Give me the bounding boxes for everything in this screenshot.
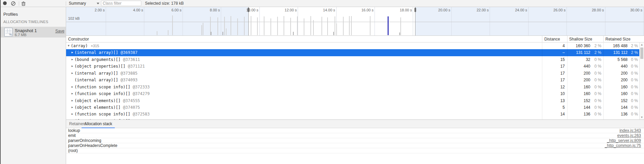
retained-size-cell: 152 — [603, 97, 628, 104]
column-header-shallow-size[interactable]: Shallow Size — [569, 36, 592, 43]
table-row[interactable]: ▶(function scope info)[] @372583141360 %… — [66, 111, 639, 117]
scroll-up-icon[interactable]: ▲ — [640, 43, 644, 46]
allocation-timeline-overview[interactable]: 2.00 s4.00 s6.00 s8.00 s10.00 s12.00 s14… — [66, 7, 644, 35]
class-filter-input[interactable] — [101, 1, 141, 6]
ruler-tick-label: 8.00 s — [200, 8, 220, 12]
column-separator — [567, 43, 567, 119]
column-header-constructor[interactable]: Constructor — [68, 36, 89, 43]
ruler-tick-label: 2.00 s — [85, 8, 105, 12]
collapse-icon[interactable]: ▼ — [68, 43, 69, 49]
source-location-link[interactable]: events.js:263 — [617, 133, 641, 138]
constructor-name: (object elements)[] @374555 — [75, 97, 140, 104]
distance-cell: 12 — [542, 84, 565, 90]
allocation-bar — [310, 16, 311, 35]
expand-icon[interactable]: ▶ — [71, 111, 73, 117]
shallow-size-cell: 32 — [567, 56, 590, 63]
scroll-down-icon[interactable]: ▼ — [640, 116, 644, 119]
stack-frame-row: parserOnHeadersComplete_http_common.js:7… — [66, 143, 644, 148]
constructor-name: (internal array)[] @373885 — [75, 70, 138, 77]
table-row[interactable]: (internal array)[] @374093172000 %2000 % — [66, 77, 639, 83]
max-size-label: 102 kB — [68, 16, 80, 20]
selected-size-status: Selected size: 178 kB — [145, 0, 184, 7]
selection-handle-right-grip[interactable] — [414, 8, 416, 12]
retained-percent-cell: 2 % — [628, 49, 638, 56]
distance-cell: 13 — [542, 97, 565, 104]
ruler-tick-label: 18.00 s — [392, 8, 412, 12]
expand-icon[interactable]: ▶ — [71, 63, 73, 70]
table-row[interactable]: ▶(function scope info)[] @372333121600 %… — [66, 84, 639, 90]
retained-percent-cell: 0 % — [628, 63, 638, 70]
stack-frame-function: (root) — [68, 148, 78, 153]
object-id: @373885 — [118, 71, 138, 76]
table-row[interactable]: ▶(object elements)[] @37407551440 %1440 … — [66, 104, 639, 111]
ruler-tick-label: 12.00 s — [277, 8, 297, 12]
allocation-bar — [349, 16, 350, 35]
column-separator — [542, 43, 542, 119]
expand-icon[interactable]: ▶ — [71, 70, 73, 77]
allocation-bar — [264, 16, 264, 35]
allocation-bar — [257, 17, 258, 35]
scrollbar-thumb[interactable] — [640, 48, 643, 59]
ruler-tick-label: 26.00 s — [545, 8, 565, 12]
expand-icon[interactable]: ▶ — [71, 104, 73, 111]
tab-allocation-stack[interactable]: Allocation stack — [82, 120, 115, 128]
sidebar-item-snapshot-1[interactable]: % Snapshot 1 6.7 MB Save — [0, 27, 66, 37]
source-location-link[interactable]: index.js:343 — [620, 128, 641, 133]
live-allocation-bar — [388, 16, 389, 35]
shallow-size-cell: 160 360 — [567, 43, 590, 49]
constructor-cell: ▶(bound arguments)[] @373611 — [66, 56, 542, 63]
expand-icon[interactable]: ▶ — [71, 56, 73, 63]
selection-handle-left-grip[interactable] — [248, 8, 249, 12]
table-row[interactable]: ▶(bound arguments)[] @37361115320 %5 568… — [66, 56, 639, 63]
record-button[interactable] — [2, 1, 8, 6]
column-header-retained-size[interactable]: Retained Size — [605, 36, 631, 43]
retained-percent-cell: 0 % — [628, 70, 638, 77]
snapshot-save-link[interactable]: Save — [55, 29, 64, 33]
retained-percent-cell: 0 % — [628, 111, 638, 117]
allocation-bar — [270, 18, 271, 35]
allocation-bar — [284, 16, 284, 35]
retained-percent-cell: 0 % — [628, 104, 638, 111]
perspective-select-label: Summary — [69, 1, 86, 6]
source-location-link[interactable]: _http_server.js:809 — [607, 138, 641, 143]
clear-button[interactable] — [11, 1, 16, 6]
constructor-cell: ▶(object elements)[] @374075 — [66, 104, 542, 111]
constructor-name: (function scope info)[] @374279 — [75, 90, 150, 97]
shallow-size-cell: 131 112 — [567, 49, 590, 56]
table-row[interactable]: ▶(object properties)[] @371121174400 %44… — [66, 63, 639, 70]
allocation-bar — [231, 16, 231, 35]
distance-cell: 5 — [542, 104, 565, 111]
stack-frame-function: parserOnHeadersComplete — [68, 143, 117, 148]
expand-icon[interactable]: ▶ — [71, 97, 73, 104]
retained-size-cell: 136 — [603, 111, 628, 117]
source-location-link[interactable]: _http_common.js:75 — [605, 143, 641, 148]
delete-profile-button[interactable] — [21, 1, 27, 6]
table-row[interactable]: ▶(object elements)[] @374555131520 %1520… — [66, 97, 639, 104]
ruler-gridline — [259, 7, 260, 35]
allocation-bar — [211, 32, 211, 35]
constructor-name: (function scope info)[] @372333 — [75, 84, 150, 90]
stack-frame-row: emitevents.js:263 — [66, 133, 644, 138]
table-row[interactable]: ▶(internal array)[] @369387–131 1122 %13… — [66, 49, 639, 56]
table-row[interactable]: ▼(array)×3154160 3602 %165 4882 % — [66, 43, 639, 49]
allocation-bar — [304, 18, 304, 35]
table-row[interactable]: ▶(function scope info)[] @374279101600 %… — [66, 90, 639, 97]
constructor-name: (bound arguments)[] @373611 — [75, 56, 140, 63]
stack-frame-row: (root) — [66, 148, 644, 153]
expand-icon[interactable]: ▶ — [71, 84, 73, 90]
expand-icon[interactable]: ▶ — [71, 90, 73, 97]
toolbar-divider — [66, 1, 66, 6]
grid-scrollbar[interactable]: ▲ ▼ — [639, 43, 644, 119]
constructor-cell: (internal array)[] @374093 — [66, 77, 542, 83]
perspective-select[interactable]: Summary — [69, 0, 86, 7]
object-id: @369387 — [118, 50, 138, 55]
expand-icon[interactable]: ▶ — [71, 49, 73, 56]
table-row[interactable]: ▶(internal array)[] @373885172000 %2000 … — [66, 70, 639, 77]
shallow-percent-cell: 2 % — [590, 43, 601, 49]
ruler-gridline — [605, 7, 605, 35]
shallow-size-cell: 136 — [567, 111, 590, 117]
ruler-gridline — [490, 7, 490, 35]
column-header-distance[interactable]: Distance — [544, 36, 560, 43]
distance-cell: 15 — [542, 56, 565, 63]
dropdown-arrow-icon — [97, 3, 99, 4]
